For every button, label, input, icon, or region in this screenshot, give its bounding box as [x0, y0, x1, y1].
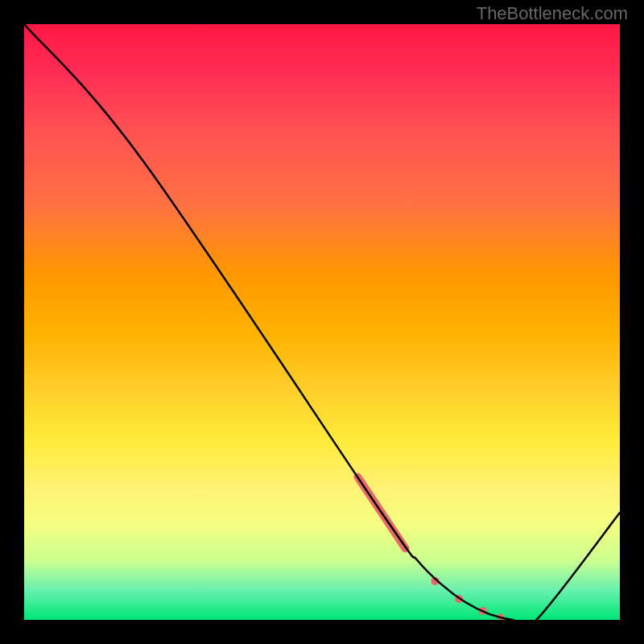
- bottleneck-curve: [24, 24, 620, 620]
- chart-plot-area: [24, 24, 620, 620]
- markers-group: [357, 477, 504, 620]
- chart-svg: [24, 24, 620, 620]
- watermark-text: TheBottleneck.com: [477, 3, 628, 24]
